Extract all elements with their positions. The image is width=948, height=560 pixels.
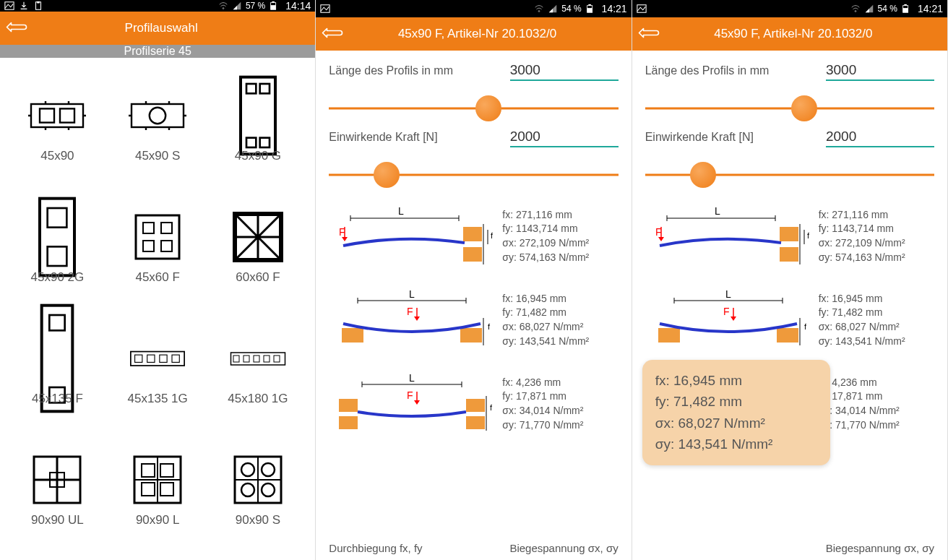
svg-text:f: f	[807, 231, 810, 240]
profile-label: 90x90 UL	[31, 513, 84, 527]
svg-rect-32	[172, 355, 179, 362]
svg-rect-14	[246, 138, 256, 147]
svg-rect-5	[272, 1, 275, 3]
force-label: Einwirkende Kraft [N]	[645, 131, 754, 144]
case-cantilever[interactable]: L F f fx: 271,116 mm fy: 1143,714 mm σx:…	[645, 198, 934, 275]
case-fixed-fixed[interactable]: L F f fx: 4,236 mm fy: 17,871 mm σx: 34,…	[329, 366, 618, 442]
svg-rect-12	[246, 84, 256, 93]
profile-item[interactable]: 45x135 1G	[108, 311, 208, 432]
svg-rect-44	[142, 483, 155, 496]
force-input[interactable]: 2000	[826, 129, 934, 147]
svg-text:f: f	[490, 403, 493, 412]
svg-rect-38	[274, 356, 280, 362]
svg-text:L: L	[409, 373, 415, 384]
back-button[interactable]	[0, 12, 33, 45]
case-values: fx: 4,236 mm fy: 17,871 mm σx: 34,014 N/…	[502, 376, 583, 432]
profile-cross-section-icon	[129, 458, 186, 501]
profile-item[interactable]: 90x90 S	[208, 432, 309, 553]
download-icon	[19, 1, 29, 11]
svg-rect-85	[780, 227, 798, 241]
screen-calculator-tooltip: 54 % 14:21 45x90 F, Artikel-Nr 20.1032/0…	[632, 0, 948, 560]
svg-rect-22	[143, 241, 154, 251]
image-icon	[4, 1, 14, 11]
back-button[interactable]	[632, 17, 665, 51]
svg-rect-7	[40, 108, 54, 122]
battery-text: 54 %	[878, 4, 897, 14]
svg-rect-16	[40, 199, 74, 276]
profile-item[interactable]: 45x60 F	[108, 189, 208, 311]
profile-grid: 45x9045x90 S45x90 G45x90 2G45x60 F60x60 …	[0, 58, 315, 560]
profile-item[interactable]: 45x90 2G	[7, 189, 108, 311]
svg-rect-66	[460, 328, 482, 343]
force-input[interactable]: 2000	[510, 129, 619, 147]
profile-label: 45x90 S	[135, 149, 180, 163]
series-subheader: Profilserie 45	[0, 45, 315, 58]
profile-item[interactable]: 60x60 F	[208, 189, 309, 311]
wifi-icon	[850, 4, 861, 14]
svg-point-50	[262, 483, 275, 496]
status-bar: 54 % 14:21	[632, 0, 947, 17]
profile-cross-section-icon	[28, 337, 86, 380]
calc-body: Länge des Profils in mm 3000 Einwirkende…	[316, 51, 631, 560]
profile-cross-section-icon	[229, 94, 287, 137]
svg-text:F: F	[407, 306, 413, 317]
svg-rect-31	[160, 355, 167, 362]
profile-cross-section-icon	[129, 94, 186, 137]
svg-rect-54	[588, 4, 591, 6]
app-header: Profilauswahl	[0, 12, 315, 45]
profile-item[interactable]: 45x180 1G	[208, 311, 309, 432]
case-simply-supported[interactable]: L F f fx: 16,945 mm fy: 71,482 mm σx: 68…	[329, 282, 618, 358]
length-input[interactable]: 3000	[826, 62, 934, 81]
profile-label: 45x135 F	[32, 392, 83, 406]
profile-item[interactable]: 45x90 S	[108, 68, 208, 189]
svg-rect-18	[48, 246, 67, 266]
profile-cross-section-icon	[229, 337, 287, 380]
force-slider[interactable]	[645, 159, 934, 191]
profile-label: 45x60 F	[135, 270, 179, 285]
svg-rect-53	[587, 8, 592, 12]
svg-text:L: L	[715, 205, 720, 217]
length-slider[interactable]	[329, 92, 618, 124]
svg-rect-26	[50, 315, 65, 330]
profile-label: 90x90 S	[236, 513, 280, 527]
length-slider[interactable]	[645, 92, 934, 124]
screen-profile-selection: 57 % 14:14 Profilauswahl Profilserie 45 …	[0, 0, 316, 560]
svg-rect-42	[142, 464, 155, 477]
footer-deflection-label: Durchbiegung fx, fy	[329, 542, 422, 554]
svg-text:F: F	[723, 306, 730, 317]
image-icon	[637, 4, 647, 14]
wifi-icon	[218, 1, 228, 11]
profile-item[interactable]: 90x90 L	[108, 432, 208, 553]
profile-item[interactable]: 45x90 G	[208, 68, 309, 189]
battery-text: 54 %	[561, 4, 581, 14]
svg-rect-72	[339, 399, 358, 412]
profile-item[interactable]: 45x135 F	[7, 311, 108, 432]
case-values: fx: 16,945 mm fy: 71,482 mm σx: 68,027 N…	[819, 292, 905, 348]
svg-rect-34	[233, 356, 239, 362]
svg-rect-17	[48, 208, 67, 228]
svg-text:f: f	[488, 322, 491, 331]
length-input[interactable]: 3000	[510, 62, 619, 81]
case-cantilever[interactable]: L F f fx: 271,116 mm fy: 1143,714 mm σx:…	[329, 198, 618, 275]
clock: 14:21	[918, 3, 943, 14]
beam-diagram-icon: L F f	[645, 289, 811, 351]
case-simply-supported[interactable]: L F f fx: 16,945 mm fy: 71,482 mm σx: 68…	[645, 282, 934, 358]
back-button[interactable]	[316, 17, 349, 51]
case-values: fx: 16,945 mm fy: 71,482 mm σx: 68,027 N…	[502, 292, 589, 348]
force-slider[interactable]	[329, 159, 618, 191]
profile-item[interactable]: 45x90	[7, 68, 108, 189]
svg-rect-93	[777, 328, 798, 343]
svg-text:L: L	[398, 205, 404, 217]
battery-icon	[269, 1, 279, 11]
clock: 14:21	[602, 3, 627, 14]
svg-text:L: L	[725, 289, 731, 300]
profile-item[interactable]: 90x90 UL	[7, 432, 108, 553]
svg-rect-20	[143, 223, 154, 233]
clipboard-icon	[33, 1, 43, 11]
svg-text:f: f	[804, 322, 807, 331]
svg-rect-73	[339, 416, 358, 429]
svg-rect-65	[342, 328, 363, 343]
profile-cross-section-icon	[229, 215, 287, 259]
page-title: 45x90 F, Artikel-Nr 20.1032/0	[665, 27, 947, 41]
profile-label: 45x135 1G	[128, 392, 188, 406]
